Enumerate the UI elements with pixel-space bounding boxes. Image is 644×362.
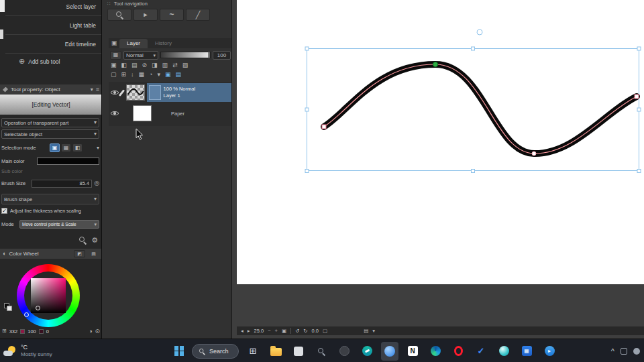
notes-app-button[interactable] <box>290 339 307 362</box>
chat-app-button[interactable]: ▸ <box>541 339 558 362</box>
brush-tool-button[interactable]: ╱ <box>186 9 210 21</box>
control-point-peak[interactable] <box>433 62 437 66</box>
clip-below-icon[interactable]: ◧ <box>121 62 127 68</box>
dark-app-button[interactable] <box>335 339 353 362</box>
search-app-button[interactable] <box>313 339 330 362</box>
brush-shape-dropdown[interactable]: Brush shape ▾ <box>1 194 99 204</box>
main-color-swatch[interactable] <box>37 158 99 165</box>
opacity-value-box[interactable]: 100 <box>213 51 231 60</box>
path-tool-button[interactable]: ~ <box>160 9 184 21</box>
endpoint-start[interactable] <box>322 125 326 129</box>
thumbnail-menu-icon[interactable]: ▣ <box>111 62 117 68</box>
scroll-left-icon[interactable]: ◂ <box>241 328 244 334</box>
opacity-slider-handle[interactable] <box>208 52 210 58</box>
selectable-object-dropdown[interactable]: Selectable object ▾ <box>1 129 99 139</box>
mode-dropdown[interactable]: Move control points & Scale ▾ <box>19 220 99 229</box>
lock-alpha-icon[interactable]: ◨ <box>152 62 158 68</box>
calendar-button[interactable]: ▦ <box>518 339 535 362</box>
handle-nw[interactable] <box>305 47 309 50</box>
layer-filter-button[interactable]: ▦ <box>110 51 121 60</box>
rotate-cw-icon[interactable]: ↻ <box>303 328 307 334</box>
lock-icon[interactable]: ⊘ <box>142 62 148 68</box>
sv-cursor[interactable] <box>36 306 40 310</box>
tab-layer[interactable]: Layer <box>119 39 148 48</box>
transparent-operation-dropdown[interactable]: Operation of transparent part ▾ <box>1 118 99 127</box>
search-box[interactable]: Search <box>192 344 239 359</box>
teal-ball-button[interactable] <box>495 339 513 362</box>
scroll-right-icon[interactable]: ▸ <box>248 328 250 334</box>
task-view-button[interactable]: ⊞ <box>244 339 262 362</box>
selection-bounding-box[interactable] <box>307 49 639 171</box>
zoom-tool-button[interactable] <box>107 9 131 21</box>
brush-size-input[interactable]: 85.4 <box>32 180 92 188</box>
select-layer-button[interactable]: Select layer <box>66 3 96 10</box>
magnifier-icon[interactable] <box>78 236 87 244</box>
hue-cursor[interactable] <box>24 312 29 317</box>
selection-mode-rect[interactable]: ▣ <box>50 143 60 152</box>
layer-property-icon[interactable]: ▤ <box>176 72 182 78</box>
tab-history[interactable]: History <box>148 39 179 48</box>
chevron-down-icon[interactable]: ▾ <box>372 328 375 334</box>
notion-button[interactable]: N <box>404 339 421 362</box>
rotate-ccw-icon[interactable]: ↺ <box>295 328 299 334</box>
vector-stroke[interactable] <box>324 64 637 154</box>
fit-screen-icon[interactable]: ▣ <box>282 328 286 334</box>
collapse-icon[interactable]: ▾ <box>91 87 93 93</box>
edit-timeline-button[interactable]: Edit timeline <box>65 41 96 48</box>
clip-studio-button[interactable] <box>358 339 376 362</box>
handle-w[interactable] <box>305 108 309 111</box>
rotation-handle[interactable] <box>477 29 482 35</box>
zoom-out-button[interactable]: − <box>268 328 270 334</box>
reset-view-icon[interactable]: ▢ <box>323 328 327 334</box>
light-table-button[interactable]: Light table <box>70 22 96 29</box>
add-sub-tool-button[interactable]: ⊕ Add sub tool <box>19 58 60 65</box>
layer-row-selected[interactable]: 100 % Normal Layer 1 <box>109 83 231 102</box>
gear-icon[interactable]: ⚙ <box>91 237 98 244</box>
blend-mode-dropdown[interactable]: Normal ▾ <box>123 51 158 60</box>
visibility-icon[interactable] <box>111 89 119 97</box>
file-explorer-button[interactable] <box>267 339 284 362</box>
mask-icon[interactable]: ▥ <box>162 62 168 68</box>
handle-se[interactable] <box>637 170 641 173</box>
tool-navigation-header[interactable]: ∷ Tool navigation <box>107 0 148 7</box>
selection-mode-lasso[interactable]: ▦ <box>61 143 71 152</box>
subview-icon[interactable]: ▤ <box>364 328 368 334</box>
zoom-in-button[interactable]: + <box>275 328 278 334</box>
move-tool-button[interactable]: ► <box>133 9 158 21</box>
check-app-button[interactable]: ✓ <box>472 339 490 362</box>
color-wheel-header[interactable]: ◐ Color Wheel ◩ ▤ <box>0 249 102 259</box>
wheel-tab-icon[interactable]: ◩ <box>74 250 85 257</box>
edge-button[interactable] <box>427 339 444 362</box>
handle-s[interactable] <box>472 170 475 173</box>
color-wheel[interactable] <box>17 264 80 327</box>
handle-e[interactable] <box>637 108 641 111</box>
visibility-icon[interactable] <box>111 110 119 117</box>
tray-chevron-icon[interactable]: ^ <box>611 347 614 355</box>
tray-network-icon[interactable] <box>621 348 627 355</box>
slider-tab-icon[interactable]: ▤ <box>88 250 99 257</box>
scaling-checkbox[interactable]: ✓ <box>1 208 7 214</box>
select-layer-area-icon[interactable]: ▣ <box>165 72 171 78</box>
control-point-trough[interactable] <box>532 152 536 156</box>
layer-row-body[interactable]: 100 % Normal Layer 1 <box>147 83 231 102</box>
weather-widget[interactable]: °C Mostly sunny <box>3 339 52 362</box>
active-app-button[interactable] <box>381 342 398 361</box>
half-circle-icon[interactable]: ◑ <box>89 328 92 335</box>
tool-property-header[interactable]: Tool property: Object ▾ ≡ <box>0 84 102 95</box>
selection-mode-add[interactable]: ◧ <box>72 143 83 152</box>
handle-ne[interactable] <box>637 47 641 50</box>
handle-sw[interactable] <box>305 170 309 173</box>
paper-thumbnail[interactable] <box>133 105 152 121</box>
transfer-down-icon[interactable]: ↓ <box>131 72 134 78</box>
merge-down-icon[interactable]: ▦ <box>139 72 145 78</box>
numeric-entry-icon[interactable]: ⊞ <box>2 328 7 334</box>
adjust-thickness-row[interactable]: ✓ Adjust line thickness when scaling <box>1 208 81 214</box>
ruler-icon[interactable]: ▨ <box>182 62 189 68</box>
new-layer-icon[interactable]: ▢ <box>111 72 117 78</box>
switch-color-icon[interactable] <box>4 303 13 312</box>
endpoint-end[interactable] <box>635 95 639 99</box>
tray-volume-icon[interactable] <box>633 348 640 355</box>
new-folder-icon[interactable]: ⊞ <box>121 72 127 78</box>
tone-icon[interactable]: ▤ <box>131 62 138 68</box>
brush-size-dial-icon[interactable]: ◎ <box>94 180 99 186</box>
